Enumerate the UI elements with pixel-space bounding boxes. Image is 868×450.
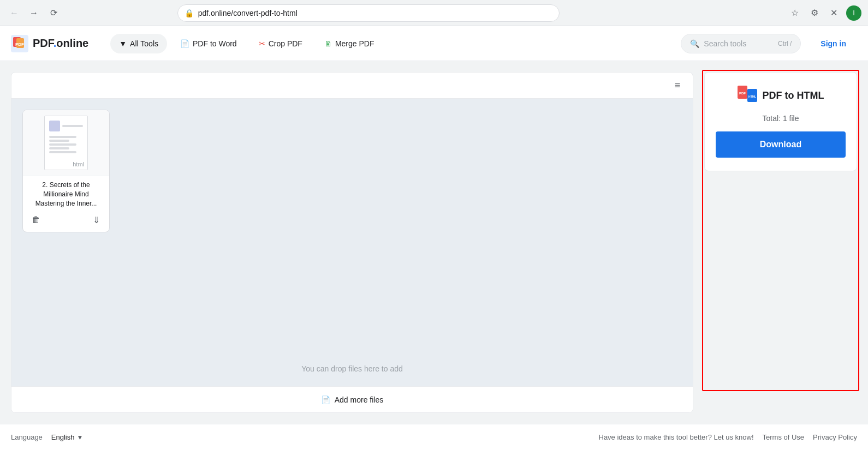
chevron-down-icon: ▼ xyxy=(119,39,127,48)
file-panel: ≡ xyxy=(11,72,693,413)
doc-lines xyxy=(49,136,83,153)
doc-line-1 xyxy=(62,125,83,127)
logo-text: PDF.online xyxy=(33,37,88,50)
conversion-title-area: PDF HTML PDF to HTML xyxy=(738,86,824,105)
file-area[interactable]: html 2. Secrets of the Millionaire Mind … xyxy=(11,99,693,386)
doc-line-3 xyxy=(49,140,69,142)
logo-icon: PDF xyxy=(11,35,28,52)
pdf-to-html-icon: PDF HTML xyxy=(738,86,757,105)
doc-line-5 xyxy=(49,147,69,149)
svg-text:HTML: HTML xyxy=(748,95,756,98)
html-doc-preview: html xyxy=(44,116,88,170)
pdf-to-word-button[interactable]: 📄 PDF to Word xyxy=(171,34,246,53)
trash-icon: 🗑 xyxy=(32,215,40,225)
app-header: PDF PDF.online ▼ All Tools 📄 PDF to Word… xyxy=(0,26,868,61)
browser-chrome: ← → ⟳ 🔒 pdf.online/convert-pdf-to-html ☆… xyxy=(0,0,868,26)
sign-in-button[interactable]: Sign in xyxy=(810,34,857,53)
search-placeholder: Search tools xyxy=(704,39,774,48)
merge-pdf-icon: 🗎 xyxy=(324,39,332,48)
profile-avatar[interactable]: I xyxy=(846,5,861,21)
lock-icon: 🔒 xyxy=(185,9,194,17)
logo-dot: . xyxy=(53,37,57,49)
right-panel: PDF HTML PDF to HTML Total: 1 file Downl… xyxy=(704,72,857,171)
crop-pdf-icon: ✂ xyxy=(259,39,265,48)
download-icon: ⇓ xyxy=(93,215,100,225)
html-type-label: html xyxy=(73,161,84,167)
logo[interactable]: PDF PDF.online xyxy=(11,35,88,52)
address-bar[interactable]: 🔒 pdf.online/convert-pdf-to-html xyxy=(177,4,560,22)
pdf-to-word-label: PDF to Word xyxy=(193,39,237,48)
file-actions: 🗑 ⇓ xyxy=(28,212,104,227)
reload-button[interactable]: ⟳ xyxy=(46,5,61,21)
close-tab-button[interactable]: ✕ xyxy=(827,5,842,21)
add-files-bar[interactable]: 📄 Add more files xyxy=(11,386,693,412)
crop-pdf-label: Crop PDF xyxy=(269,39,302,48)
pdf-to-word-icon: 📄 xyxy=(180,39,189,48)
search-icon: 🔍 xyxy=(690,39,699,48)
search-box[interactable]: 🔍 Search tools Ctrl / xyxy=(681,34,801,53)
list-icon: ≡ xyxy=(675,80,681,91)
all-tools-button[interactable]: ▼ All Tools xyxy=(110,34,167,53)
merge-pdf-label: Merge PDF xyxy=(335,39,374,48)
search-shortcut: Ctrl / xyxy=(778,40,792,47)
language-label: Language xyxy=(11,433,43,441)
conversion-title: PDF to HTML xyxy=(763,90,824,101)
doc-line-4 xyxy=(49,143,76,146)
extensions-button[interactable]: ⚙ xyxy=(807,5,822,21)
url-text: pdf.online/convert-pdf-to-html xyxy=(198,9,552,17)
crop-pdf-button[interactable]: ✂ Crop PDF xyxy=(250,34,311,53)
download-file-button[interactable]: ⇓ xyxy=(88,212,104,227)
bookmark-button[interactable]: ☆ xyxy=(787,5,802,21)
doc-line-6 xyxy=(49,151,76,153)
list-view-button[interactable]: ≡ xyxy=(669,77,686,94)
all-tools-label: All Tools xyxy=(130,39,158,48)
feedback-text: Have ideas to make this tool better? Let… xyxy=(599,433,754,441)
main-content: ≡ xyxy=(0,61,868,424)
browser-actions: ☆ ⚙ ✕ I xyxy=(787,5,861,21)
total-files: Total: 1 file xyxy=(763,114,799,123)
footer-right: Have ideas to make this tool better? Let… xyxy=(599,433,858,441)
file-name: 2. Secrets of the Millionaire Mind Maste… xyxy=(28,181,104,208)
delete-file-button[interactable]: 🗑 xyxy=(28,212,44,227)
download-button[interactable]: Download xyxy=(716,131,846,158)
conversion-card: PDF HTML PDF to HTML Total: 1 file Downl… xyxy=(704,72,857,171)
nav-tools: ▼ All Tools 📄 PDF to Word ✂ Crop PDF 🗎 M… xyxy=(110,34,383,53)
add-files-label: Add more files xyxy=(335,395,383,404)
language-chevron-icon: ▼ xyxy=(76,434,83,441)
terms-link[interactable]: Terms of Use xyxy=(763,433,805,441)
add-files-icon: 📄 xyxy=(321,395,330,404)
drop-text: You can drop files here to add xyxy=(301,364,403,373)
svg-text:PDF: PDF xyxy=(15,42,24,47)
footer-left: Language English ▼ xyxy=(11,431,87,443)
file-panel-toolbar: ≡ xyxy=(11,73,693,99)
language-select[interactable]: English ▼ xyxy=(47,431,88,443)
file-info: 2. Secrets of the Millionaire Mind Maste… xyxy=(23,176,109,232)
file-thumbnail: html xyxy=(23,110,109,176)
doc-line-2 xyxy=(49,136,76,138)
merge-pdf-button[interactable]: 🗎 Merge PDF xyxy=(316,34,383,53)
language-text: English xyxy=(51,433,75,441)
svg-text:PDF: PDF xyxy=(739,92,746,95)
doc-image-block xyxy=(49,121,60,131)
file-card[interactable]: html 2. Secrets of the Millionaire Mind … xyxy=(22,110,110,232)
back-button[interactable]: ← xyxy=(7,5,22,21)
privacy-link[interactable]: Privacy Policy xyxy=(813,433,857,441)
forward-button[interactable]: → xyxy=(26,5,41,21)
footer: Language English ▼ Have ideas to make th… xyxy=(0,424,868,450)
search-area: 🔍 Search tools Ctrl / Sign in xyxy=(681,34,857,53)
right-panel-wrapper: PDF HTML PDF to HTML Total: 1 file Downl… xyxy=(704,72,857,413)
